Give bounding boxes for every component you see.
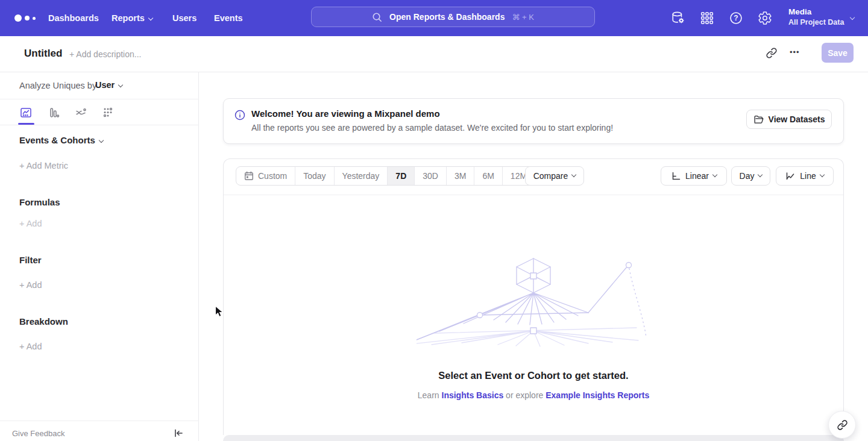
search-shortcut: ⌘ + K xyxy=(512,13,534,22)
insights-report-card: Custom Today Yesterday 7D 30D 3M 6M 12M … xyxy=(223,158,844,435)
date-range-today[interactable]: Today xyxy=(295,167,333,185)
line-chart-icon xyxy=(785,171,796,181)
sidebar-footer-divider xyxy=(0,421,199,421)
mixpanel-logo-icon[interactable] xyxy=(14,14,39,22)
visualization-tabs xyxy=(0,99,199,125)
insights-basics-link[interactable]: Insights Basics xyxy=(442,390,504,400)
save-button[interactable]: Save xyxy=(822,43,854,63)
svg-text:?: ? xyxy=(734,14,738,22)
active-tab-underline xyxy=(18,123,34,125)
chevron-down-icon xyxy=(118,83,123,87)
viz-tab-metric-grid[interactable] xyxy=(101,106,115,119)
viz-tab-flows[interactable] xyxy=(74,106,87,119)
chart-type-dropdown[interactable]: Line xyxy=(776,166,834,186)
interval-dropdown[interactable]: Day xyxy=(731,166,770,186)
project-scope: All Project Data xyxy=(788,18,844,27)
settings-icon[interactable] xyxy=(758,11,772,25)
report-description-placeholder[interactable]: + Add description... xyxy=(69,49,141,59)
global-search-input[interactable]: Open Reports & Dashboards ⌘ + K xyxy=(311,7,595,27)
chevron-down-icon xyxy=(712,172,717,177)
search-placeholder: Open Reports & Dashboards xyxy=(389,12,505,22)
welcome-banner: Welcome! You are viewing a Mixpanel demo… xyxy=(223,98,844,144)
banner-title: Welcome! You are viewing a Mixpanel demo xyxy=(251,108,440,119)
view-datasets-button[interactable]: View Datasets xyxy=(746,110,832,129)
report-title[interactable]: Untitled xyxy=(24,48,62,60)
date-range-3m[interactable]: 3M xyxy=(446,167,474,185)
collapse-sidebar-icon[interactable] xyxy=(172,427,184,439)
chevron-down-icon xyxy=(819,172,824,177)
viz-tab-line-chart[interactable] xyxy=(19,106,33,119)
section-formulas: Formulas xyxy=(19,197,60,207)
viz-tab-bar-chart[interactable] xyxy=(47,106,60,119)
info-icon xyxy=(234,110,245,120)
date-range-6m[interactable]: 6M xyxy=(474,167,502,185)
apps-grid-icon[interactable] xyxy=(700,11,714,25)
add-filter-button[interactable]: + Add xyxy=(19,280,42,290)
date-range-picker: Custom Today Yesterday 7D 30D 3M 6M 12M xyxy=(236,166,535,186)
copy-link-icon[interactable] xyxy=(766,47,779,60)
scale-dropdown[interactable]: Linear xyxy=(661,166,727,186)
project-name: Media xyxy=(788,7,844,16)
project-switcher[interactable]: Media All Project Data xyxy=(788,7,844,27)
date-range-custom[interactable]: Custom xyxy=(236,167,295,185)
give-feedback-link[interactable]: Give Feedback xyxy=(12,429,64,438)
compare-dropdown[interactable]: Compare xyxy=(525,166,584,186)
nav-users[interactable]: Users xyxy=(172,0,197,36)
empty-state-title: Select an Event or Cohort to get started… xyxy=(224,370,843,381)
more-options-icon[interactable]: ••• xyxy=(790,48,800,57)
calendar-icon xyxy=(244,171,254,181)
search-icon xyxy=(372,12,382,22)
add-formula-button[interactable]: + Add xyxy=(19,219,42,228)
query-builder-sidebar: Analyze Uniques by User xyxy=(0,72,199,441)
empty-state-illustration xyxy=(417,254,652,348)
nav-reports[interactable]: Reports xyxy=(112,0,153,36)
folder-icon xyxy=(753,114,764,125)
nav-events[interactable]: Events xyxy=(214,0,243,36)
date-range-30d[interactable]: 30D xyxy=(414,167,446,185)
controls-divider xyxy=(224,195,843,195)
chevron-down-icon xyxy=(571,172,576,177)
report-header: Untitled + Add description... xyxy=(0,36,868,72)
analyze-label: Analyze Uniques by xyxy=(19,81,96,90)
chevron-down-icon xyxy=(148,16,153,20)
section-breakdown: Breakdown xyxy=(19,316,68,327)
next-section-peek[interactable] xyxy=(223,435,844,441)
section-events-cohorts[interactable]: Events & Cohorts xyxy=(19,135,103,145)
link-icon xyxy=(837,419,848,431)
help-icon[interactable]: ? xyxy=(729,11,743,25)
chevron-down-icon xyxy=(850,15,855,20)
empty-state-hint: Learn Insights Basics or explore Example… xyxy=(224,390,843,400)
date-range-yesterday[interactable]: Yesterday xyxy=(334,167,388,185)
chevron-down-icon xyxy=(99,138,104,143)
share-link-fab[interactable] xyxy=(828,411,856,439)
top-nav: Dashboards Reports Users Events Open Rep… xyxy=(0,0,868,36)
analyze-by-selector[interactable]: User xyxy=(95,80,122,90)
chevron-down-icon xyxy=(758,172,763,177)
add-breakdown-button[interactable]: + Add xyxy=(19,342,42,351)
add-metric-button[interactable]: + Add Metric xyxy=(19,161,68,170)
nav-dashboards[interactable]: Dashboards xyxy=(48,0,99,36)
banner-subtitle: All the reports you see are powered by a… xyxy=(251,123,613,133)
analyze-row: Analyze Uniques by User xyxy=(0,72,199,99)
data-management-icon[interactable] xyxy=(671,11,685,25)
date-range-7d[interactable]: 7D xyxy=(387,167,414,185)
linear-axis-icon xyxy=(671,171,681,181)
section-filter: Filter xyxy=(19,255,42,265)
example-reports-link[interactable]: Example Insights Reports xyxy=(546,390,649,400)
